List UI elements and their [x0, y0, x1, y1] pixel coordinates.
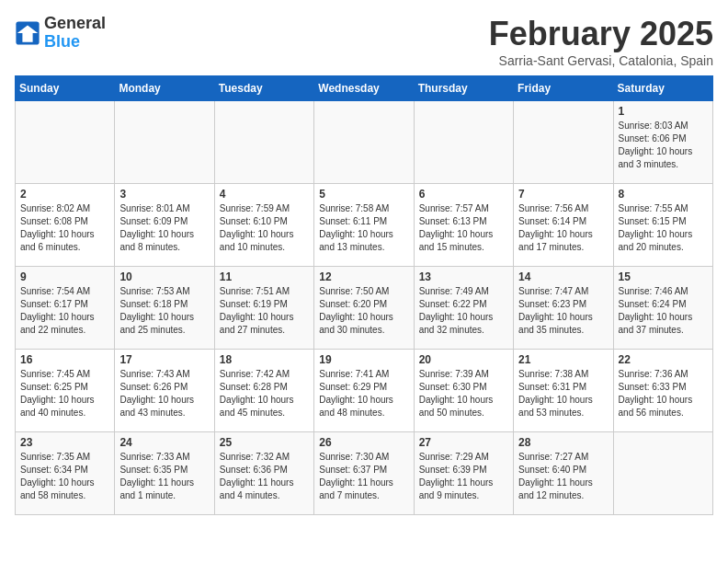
day-info: Sunrise: 7:47 AM Sunset: 6:23 PM Dayligh…	[518, 285, 608, 337]
day-info: Sunrise: 7:36 AM Sunset: 6:33 PM Dayligh…	[619, 368, 708, 419]
day-info: Sunrise: 7:59 AM Sunset: 6:10 PM Dayligh…	[220, 202, 309, 254]
day-header-tuesday: Tuesday	[214, 76, 313, 101]
day-number: 18	[220, 353, 309, 366]
calendar-cell: 19Sunrise: 7:41 AM Sunset: 6:29 PM Dayli…	[314, 350, 414, 432]
calendar-cell: 2Sunrise: 8:02 AM Sunset: 6:08 PM Daylig…	[16, 184, 115, 267]
day-number: 7	[518, 188, 608, 201]
day-number: 8	[619, 188, 708, 201]
day-info: Sunrise: 8:01 AM Sunset: 6:09 PM Dayligh…	[119, 202, 209, 254]
day-info: Sunrise: 7:55 AM Sunset: 6:15 PM Dayligh…	[619, 202, 708, 254]
day-number: 15	[619, 270, 708, 283]
logo: GeneralBlue	[15, 15, 106, 52]
day-number: 23	[20, 436, 109, 449]
day-number: 3	[119, 188, 209, 201]
calendar-cell	[115, 101, 214, 184]
day-info: Sunrise: 7:35 AM Sunset: 6:34 PM Dayligh…	[20, 451, 109, 502]
day-header-monday: Monday	[115, 76, 214, 101]
calendar-week-4: 23Sunrise: 7:35 AM Sunset: 6:34 PM Dayli…	[16, 432, 713, 515]
day-number: 14	[518, 270, 608, 283]
day-number: 17	[119, 353, 209, 366]
day-info: Sunrise: 7:27 AM Sunset: 6:40 PM Dayligh…	[518, 451, 608, 502]
location-subtitle: Sarria-Sant Gervasi, Catalonia, Spain	[489, 53, 713, 68]
day-number: 28	[518, 436, 608, 449]
day-number: 2	[20, 188, 109, 201]
calendar-cell	[314, 101, 414, 184]
day-number: 11	[220, 270, 309, 283]
day-info: Sunrise: 7:29 AM Sunset: 6:39 PM Dayligh…	[419, 451, 508, 502]
calendar-cell: 21Sunrise: 7:38 AM Sunset: 6:31 PM Dayli…	[514, 350, 613, 432]
logo-text: GeneralBlue	[44, 15, 106, 52]
calendar-table: SundayMondayTuesdayWednesdayThursdayFrid…	[15, 75, 713, 515]
day-info: Sunrise: 7:49 AM Sunset: 6:22 PM Dayligh…	[419, 285, 508, 337]
title-block: February 2025 Sarria-Sant Gervasi, Catal…	[489, 15, 713, 68]
calendar-cell: 11Sunrise: 7:51 AM Sunset: 6:19 PM Dayli…	[214, 267, 313, 350]
calendar-cell: 20Sunrise: 7:39 AM Sunset: 6:30 PM Dayli…	[414, 350, 513, 432]
calendar-week-2: 9Sunrise: 7:54 AM Sunset: 6:17 PM Daylig…	[16, 267, 713, 350]
calendar-cell: 8Sunrise: 7:55 AM Sunset: 6:15 PM Daylig…	[613, 184, 712, 267]
day-number: 24	[119, 436, 209, 449]
calendar-cell: 24Sunrise: 7:33 AM Sunset: 6:35 PM Dayli…	[115, 432, 214, 515]
day-number: 6	[419, 188, 508, 201]
day-info: Sunrise: 7:41 AM Sunset: 6:29 PM Dayligh…	[319, 368, 408, 419]
day-info: Sunrise: 7:38 AM Sunset: 6:31 PM Dayligh…	[518, 368, 608, 419]
calendar-cell: 6Sunrise: 7:57 AM Sunset: 6:13 PM Daylig…	[414, 184, 513, 267]
month-year-title: February 2025	[489, 15, 713, 53]
day-info: Sunrise: 7:39 AM Sunset: 6:30 PM Dayligh…	[419, 368, 508, 419]
day-number: 19	[319, 353, 408, 366]
day-info: Sunrise: 7:57 AM Sunset: 6:13 PM Dayligh…	[419, 202, 508, 254]
calendar-cell: 13Sunrise: 7:49 AM Sunset: 6:22 PM Dayli…	[414, 267, 513, 350]
calendar-cell: 3Sunrise: 8:01 AM Sunset: 6:09 PM Daylig…	[115, 184, 214, 267]
calendar-cell	[514, 101, 613, 184]
calendar-week-0: 1Sunrise: 8:03 AM Sunset: 6:06 PM Daylig…	[16, 101, 713, 184]
calendar-cell: 16Sunrise: 7:45 AM Sunset: 6:25 PM Dayli…	[16, 350, 115, 432]
day-header-wednesday: Wednesday	[314, 76, 414, 101]
day-number: 10	[119, 270, 209, 283]
day-number: 21	[518, 353, 608, 366]
calendar-cell: 25Sunrise: 7:32 AM Sunset: 6:36 PM Dayli…	[214, 432, 313, 515]
calendar-cell: 1Sunrise: 8:03 AM Sunset: 6:06 PM Daylig…	[613, 101, 712, 184]
day-number: 27	[419, 436, 508, 449]
day-number: 9	[20, 270, 109, 283]
day-info: Sunrise: 8:03 AM Sunset: 6:06 PM Dayligh…	[619, 120, 708, 171]
day-number: 12	[319, 270, 408, 283]
calendar-cell: 26Sunrise: 7:30 AM Sunset: 6:37 PM Dayli…	[314, 432, 414, 515]
header-row: SundayMondayTuesdayWednesdayThursdayFrid…	[16, 76, 713, 101]
calendar-cell: 18Sunrise: 7:42 AM Sunset: 6:28 PM Dayli…	[214, 350, 313, 432]
calendar-cell: 27Sunrise: 7:29 AM Sunset: 6:39 PM Dayli…	[414, 432, 513, 515]
day-info: Sunrise: 7:54 AM Sunset: 6:17 PM Dayligh…	[20, 285, 109, 337]
day-header-friday: Friday	[514, 76, 613, 101]
day-info: Sunrise: 7:30 AM Sunset: 6:37 PM Dayligh…	[319, 451, 408, 502]
calendar-week-3: 16Sunrise: 7:45 AM Sunset: 6:25 PM Dayli…	[16, 350, 713, 432]
calendar-cell	[16, 101, 115, 184]
logo-icon	[15, 20, 40, 46]
day-number: 22	[619, 353, 708, 366]
day-number: 26	[319, 436, 408, 449]
day-info: Sunrise: 8:02 AM Sunset: 6:08 PM Dayligh…	[20, 202, 109, 254]
day-info: Sunrise: 7:51 AM Sunset: 6:19 PM Dayligh…	[220, 285, 309, 337]
calendar-cell: 23Sunrise: 7:35 AM Sunset: 6:34 PM Dayli…	[16, 432, 115, 515]
day-info: Sunrise: 7:58 AM Sunset: 6:11 PM Dayligh…	[319, 202, 408, 254]
calendar-cell	[214, 101, 313, 184]
calendar-cell: 17Sunrise: 7:43 AM Sunset: 6:26 PM Dayli…	[115, 350, 214, 432]
calendar-week-1: 2Sunrise: 8:02 AM Sunset: 6:08 PM Daylig…	[16, 184, 713, 267]
day-number: 13	[419, 270, 508, 283]
day-number: 5	[319, 188, 408, 201]
day-info: Sunrise: 7:50 AM Sunset: 6:20 PM Dayligh…	[319, 285, 408, 337]
calendar-cell	[414, 101, 513, 184]
page-header: GeneralBlue February 2025 Sarria-Sant Ge…	[15, 15, 713, 68]
calendar-cell: 15Sunrise: 7:46 AM Sunset: 6:24 PM Dayli…	[613, 267, 712, 350]
day-info: Sunrise: 7:33 AM Sunset: 6:35 PM Dayligh…	[119, 451, 209, 502]
day-number: 1	[619, 105, 708, 118]
calendar-cell: 4Sunrise: 7:59 AM Sunset: 6:10 PM Daylig…	[214, 184, 313, 267]
day-info: Sunrise: 7:46 AM Sunset: 6:24 PM Dayligh…	[619, 285, 708, 337]
day-info: Sunrise: 7:43 AM Sunset: 6:26 PM Dayligh…	[119, 368, 209, 419]
calendar-cell: 7Sunrise: 7:56 AM Sunset: 6:14 PM Daylig…	[514, 184, 613, 267]
calendar-cell: 14Sunrise: 7:47 AM Sunset: 6:23 PM Dayli…	[514, 267, 613, 350]
day-info: Sunrise: 7:32 AM Sunset: 6:36 PM Dayligh…	[220, 451, 309, 502]
day-header-saturday: Saturday	[613, 76, 712, 101]
calendar-cell: 9Sunrise: 7:54 AM Sunset: 6:17 PM Daylig…	[16, 267, 115, 350]
calendar-cell: 22Sunrise: 7:36 AM Sunset: 6:33 PM Dayli…	[613, 350, 712, 432]
day-number: 25	[220, 436, 309, 449]
day-info: Sunrise: 7:45 AM Sunset: 6:25 PM Dayligh…	[20, 368, 109, 419]
day-number: 20	[419, 353, 508, 366]
